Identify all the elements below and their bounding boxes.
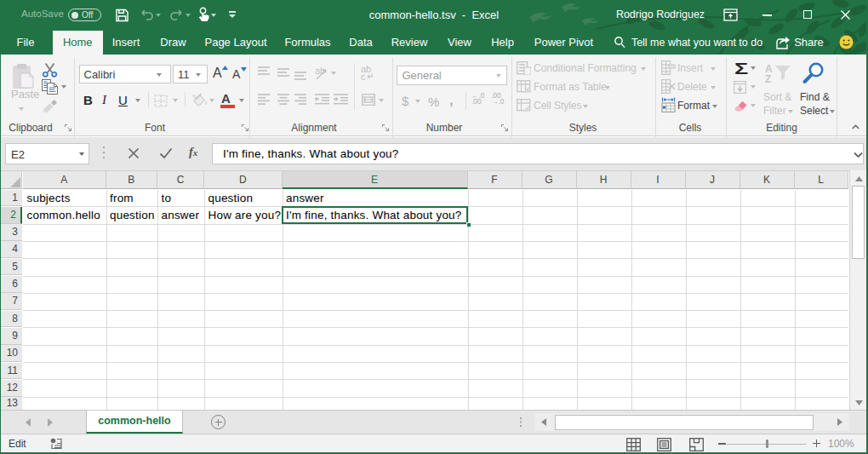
- svg-text:ab: ab: [315, 66, 325, 76]
- svg-text:c: c: [361, 72, 366, 80]
